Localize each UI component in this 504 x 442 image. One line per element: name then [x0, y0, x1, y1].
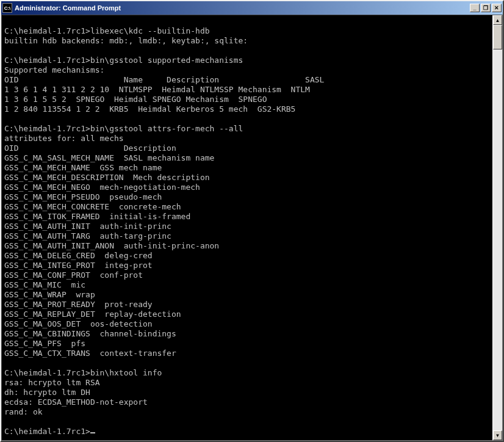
terminal-line: GSS_C_MA_REPLAY_DET replay-detection — [4, 310, 181, 319]
terminal-line: GSS_C_MA_DELEG_CRED deleg-cred — [4, 251, 153, 260]
terminal-line: GSS_C_MA_AUTH_INIT_ANON auth-init-princ-… — [4, 241, 219, 250]
terminal-line: GSS_C_MA_PROT_READY prot-ready — [4, 300, 153, 309]
titlebar[interactable]: C:\ Administrator: Command Prompt _ ❐ ✕ — [1, 1, 503, 15]
terminal-line: rsa: hcrypto ltm RSA — [4, 378, 100, 387]
terminal-line: C:\heimdal-1.7rc1>bin\gsstool attrs-for-… — [4, 124, 243, 133]
terminal-line: ecdsa: ECDSA_METHOD-not-export — [4, 397, 148, 407]
terminal-line: rand: ok — [4, 407, 43, 416]
terminal-output[interactable]: C:\heimdal-1.7rc1>libexec\kdc --builtin-… — [2, 15, 492, 440]
terminal-line: GSS_C_MA_CTX_TRANS context-transfer — [4, 349, 176, 358]
window-controls: _ ❐ ✕ — [470, 4, 502, 12]
window-title: Administrator: Command Prompt — [15, 4, 470, 12]
terminal-line: GSS_C_MA_ITOK_FRAMED initial-is-framed — [4, 212, 190, 221]
minimize-button[interactable]: _ — [470, 4, 480, 12]
command-prompt-window: C:\ Administrator: Command Prompt _ ❐ ✕ … — [0, 0, 504, 442]
vertical-scrollbar[interactable]: ▲ ▼ — [492, 15, 502, 440]
client-area: C:\heimdal-1.7rc1>libexec\kdc --builtin-… — [1, 15, 503, 441]
terminal-line: 1 3 6 1 4 1 311 2 2 10 NTLMSPP Heimdal N… — [4, 85, 310, 94]
cursor — [90, 432, 95, 433]
terminal-line: GSS_C_MA_MECH_DESCRIPTION Mech descripti… — [4, 173, 210, 182]
terminal-line: attributes for: all mechs — [4, 134, 124, 143]
terminal-line: GSS_C_MA_SASL_MECH_NAME SASL mechanism n… — [4, 153, 214, 162]
scrollbar-thumb[interactable] — [493, 25, 502, 49]
terminal-line: GSS_C_MA_MECH_NEGO mech-negotiation-mech — [4, 183, 200, 192]
scroll-up-button[interactable]: ▲ — [493, 15, 502, 25]
terminal-line: 1 3 6 1 5 5 2 SPNEGO Heimdal SPNEGO Mech… — [4, 95, 267, 104]
terminal-line: GSS_C_MA_INTEG_PROT integ-prot — [4, 261, 153, 270]
terminal-line: GSS_C_MA_WRAP wrap — [4, 290, 95, 299]
terminal-line: GSS_C_MA_CONF_PROT conf-prot — [4, 270, 143, 280]
terminal-line: GSS_C_MA_MECH_NAME GSS mech name — [4, 163, 162, 172]
terminal-line: Supported mechanisms: — [4, 65, 104, 74]
terminal-line: GSS_C_MA_CBINDINGS channel-bindings — [4, 329, 176, 338]
terminal-line: C:\heimdal-1.7rc1>bin\gsstool supported-… — [4, 56, 243, 65]
terminal-line: GSS_C_MA_MECH_CONCRETE concrete-mech — [4, 202, 181, 211]
scroll-down-button[interactable]: ▼ — [493, 430, 502, 440]
close-button[interactable]: ✕ — [492, 4, 502, 12]
terminal-line: GSS_C_MA_OOS_DET oos-detection — [4, 319, 153, 328]
terminal-line: dh: hcrypto ltm DH — [4, 388, 90, 397]
terminal-line: GSS_C_MA_AUTH_INIT auth-init-princ — [4, 222, 171, 231]
scrollbar-track[interactable] — [493, 25, 502, 430]
terminal-line: 1 2 840 113554 1 2 2 KRB5 Heimdal Kerber… — [4, 104, 295, 114]
terminal-line: OID Description — [4, 143, 176, 153]
app-icon: C:\ — [2, 3, 12, 13]
terminal-line: GSS_C_MA_MECH_PSEUDO pseudo-mech — [4, 192, 162, 201]
terminal-line: C:\heimdal-1.7rc1> — [4, 427, 90, 436]
terminal-line: OID Name Description SASL — [4, 75, 324, 84]
maximize-button[interactable]: ❐ — [481, 4, 491, 12]
terminal-line: C:\heimdal-1.7rc1>libexec\kdc --builtin-… — [4, 26, 210, 35]
terminal-line: C:\heimdal-1.7rc1>bin\hxtool info — [4, 368, 162, 377]
terminal-line: GSS_C_MA_PFS pfs — [4, 339, 85, 348]
terminal-line: GSS_C_MA_MIC mic — [4, 280, 85, 289]
terminal-line: builtin hdb backends: mdb:, lmdb:, keyta… — [4, 36, 248, 45]
terminal-line: GSS_C_MA_AUTH_TARG auth-targ-princ — [4, 231, 171, 241]
